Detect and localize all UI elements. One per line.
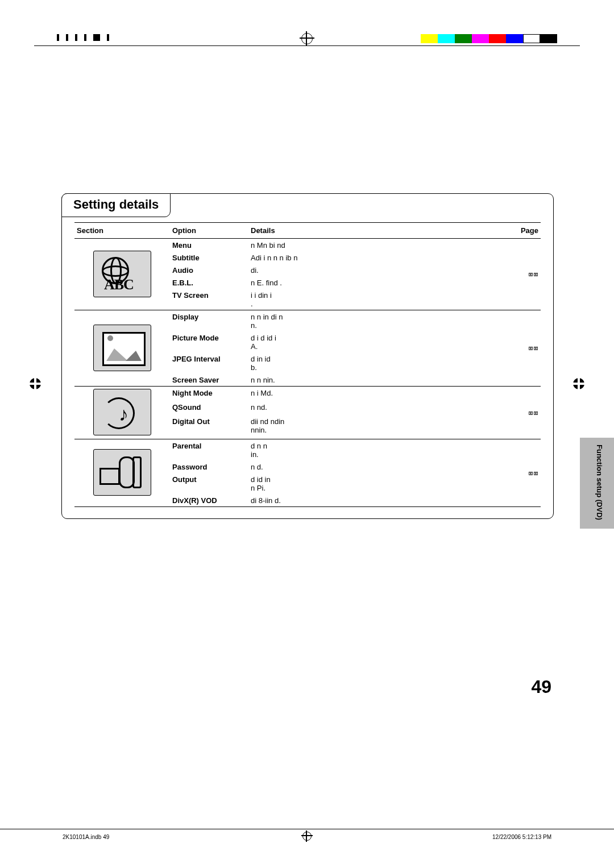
language-globe-icon: ABC	[93, 251, 151, 297]
table-header-row: Section Option Details Page	[74, 223, 541, 239]
col-details: Details	[248, 223, 508, 239]
col-page: Page	[508, 223, 541, 239]
sound-note-icon: ♪	[93, 389, 151, 435]
table-row: ABC Menu n Mn bi nd ⌧⌧	[74, 239, 541, 252]
col-section: Section	[74, 223, 170, 239]
settings-table: Section Option Details Page ABC Menu n M…	[74, 222, 541, 507]
print-border-top	[34, 45, 580, 46]
section-icon-cell: ABC	[74, 239, 170, 310]
color-swatch-bar	[421, 34, 557, 43]
side-tab-label: Function setup (DVD)	[595, 445, 604, 520]
registration-mark-right-icon	[573, 378, 584, 389]
registration-mark-left-icon	[30, 378, 41, 389]
registration-mark-icon	[301, 33, 313, 44]
picture-icon	[93, 325, 151, 371]
footer-filename: 2K10101A.indb 49	[63, 834, 109, 840]
footer-timestamp: 12/22/2006 5:12:13 PM	[492, 834, 551, 840]
footer: 2K10101A.indb 49 12/22/2006 5:12:13 PM	[0, 829, 614, 834]
page-number: 49	[531, 676, 551, 697]
page-ref: ⌧⌧	[508, 239, 541, 310]
side-tab: Function setup (DVD)	[580, 438, 614, 529]
setting-details-panel: Setting details Section Option Details P…	[61, 193, 554, 519]
col-option: Option	[170, 223, 248, 239]
panel-title: Setting details	[61, 193, 171, 217]
registration-ticks	[57, 34, 109, 41]
registration-mark-bottom-icon	[302, 832, 312, 841]
tools-icon	[93, 449, 151, 496]
